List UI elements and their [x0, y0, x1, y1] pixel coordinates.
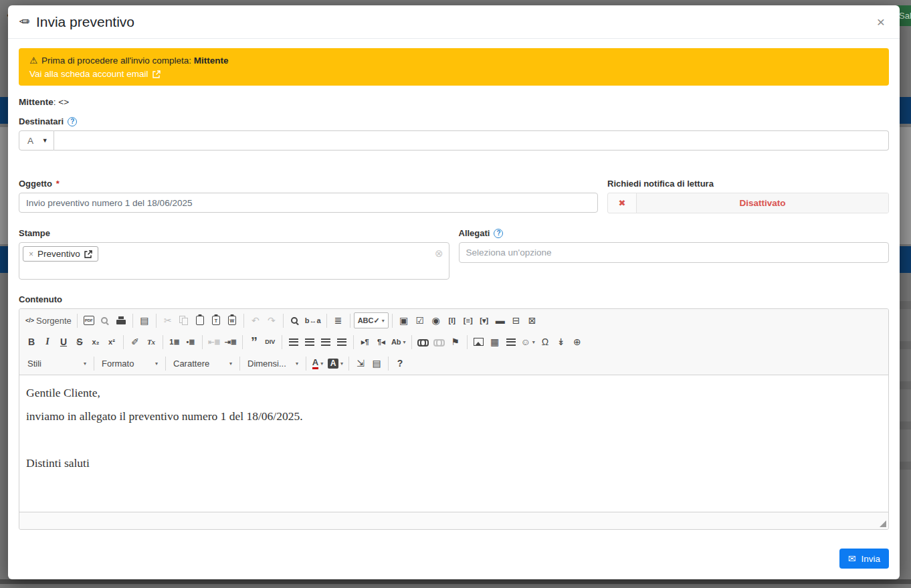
- print-tag-preventivo[interactable]: × Preventivo: [23, 246, 98, 262]
- unlink-button[interactable]: [431, 334, 447, 350]
- remove-tag-icon[interactable]: ×: [29, 250, 33, 259]
- form-button[interactable]: ▣: [396, 312, 412, 328]
- background-row: [900, 381, 911, 389]
- templates-button-icon: ▤: [140, 316, 148, 325]
- bold-button-icon: B: [28, 337, 35, 347]
- increase-indent-button[interactable]: ⇥≣: [222, 334, 238, 350]
- required-mark: *: [56, 179, 60, 189]
- prints-multiselect[interactable]: × Preventivo ⊗: [19, 242, 449, 280]
- select-field-button[interactable]: [▾]: [476, 312, 492, 328]
- image-button-field-button[interactable]: ⊟: [508, 312, 524, 328]
- undo-button[interactable]: ↶: [247, 312, 264, 328]
- smiley-button[interactable]: ☺▾: [519, 334, 537, 350]
- align-left-button[interactable]: [286, 334, 302, 350]
- close-icon[interactable]: ×: [873, 13, 889, 30]
- copy-button[interactable]: [176, 312, 192, 328]
- spellcheck-button[interactable]: ABC✓▾: [354, 312, 389, 328]
- page-break-button[interactable]: ↡: [553, 334, 569, 350]
- align-right-button[interactable]: [318, 334, 334, 350]
- x-mark-icon: ✖: [608, 193, 637, 213]
- replace-button[interactable]: b↔a: [303, 312, 323, 328]
- background-row: [900, 341, 911, 349]
- textarea-button[interactable]: [≡]: [460, 312, 476, 328]
- source-button[interactable]: </>Sorgente: [23, 312, 74, 328]
- attachments-select[interactable]: [459, 242, 890, 263]
- read-receipt-column: Richiedi notifica di lettura ✖ Disattiva…: [607, 179, 889, 213]
- read-receipt-toggle[interactable]: ✖ Disattivato: [607, 193, 889, 213]
- numbered-list-button[interactable]: 1≣: [167, 334, 183, 350]
- size-combo[interactable]: Dimensi...▾: [243, 355, 302, 371]
- remove-format-button[interactable]: Tx: [143, 334, 159, 350]
- blockquote-button[interactable]: ”: [246, 334, 262, 350]
- invia-button[interactable]: ✉ Invia: [839, 549, 889, 569]
- text-direction-rtl-button[interactable]: ¶◂: [373, 334, 389, 350]
- print-button[interactable]: [113, 312, 129, 328]
- paste-word-button[interactable]: W: [224, 312, 240, 328]
- bulleted-list-button[interactable]: •≣: [183, 334, 199, 350]
- link-button[interactable]: [415, 334, 431, 350]
- preview-button[interactable]: [97, 312, 113, 328]
- bold-button[interactable]: B: [23, 334, 39, 350]
- resize-handle[interactable]: [880, 520, 886, 527]
- cut-button-icon: ✂: [164, 316, 172, 325]
- text-field-button[interactable]: [I]: [444, 312, 460, 328]
- recipients-input[interactable]: [54, 130, 889, 151]
- select-all-button[interactable]: ≣: [330, 312, 346, 328]
- underline-button[interactable]: U: [56, 334, 72, 350]
- div-container-button[interactable]: DIV: [262, 334, 278, 350]
- hidden-field-button[interactable]: ⊠: [524, 312, 540, 328]
- subscript-button[interactable]: x₂: [88, 334, 104, 350]
- horizontal-rule-button[interactable]: [503, 334, 519, 350]
- insert-table-button[interactable]: ▦: [487, 334, 503, 350]
- toolbar-separator: [348, 357, 349, 371]
- editor-paragraph: inviamo in allegato il preventivo numero…: [26, 409, 882, 423]
- redo-button[interactable]: ↷: [264, 312, 280, 328]
- text-color-button[interactable]: A▾: [310, 355, 326, 371]
- spellcheck-button-icon: ABC✓: [358, 317, 380, 324]
- recipient-type-select[interactable]: A ▼: [19, 130, 54, 151]
- sender-label: Mittente: [19, 97, 54, 107]
- strikethrough-button[interactable]: S: [72, 334, 88, 350]
- cut-button[interactable]: ✂: [160, 312, 176, 328]
- decrease-indent-button[interactable]: ⇤≣: [206, 334, 222, 350]
- paste-text-button[interactable]: T: [208, 312, 224, 328]
- styles-combo[interactable]: Stili▾: [23, 355, 90, 371]
- checkbox-button[interactable]: ☑: [412, 312, 428, 328]
- superscript-button[interactable]: x²: [104, 334, 120, 350]
- background-color-button[interactable]: A▾: [326, 355, 345, 371]
- maximize-button[interactable]: ⇲: [352, 355, 369, 371]
- templates-button[interactable]: ▤: [136, 312, 153, 328]
- about-button-icon: ?: [397, 359, 403, 368]
- help-icon[interactable]: ?: [68, 117, 77, 126]
- text-direction-ltr-button[interactable]: ▸¶: [357, 334, 373, 350]
- text-field-button-icon: [I]: [449, 317, 456, 324]
- show-blocks-button[interactable]: ▤: [369, 355, 385, 371]
- about-button[interactable]: ?: [392, 355, 408, 371]
- paste-button[interactable]: [192, 312, 208, 328]
- account-email-link[interactable]: Vai alla scheda account email: [29, 69, 878, 79]
- align-justify-button[interactable]: [334, 334, 350, 350]
- copy-formatting-button[interactable]: ✐: [127, 334, 143, 350]
- anchor-button[interactable]: ⚑: [447, 334, 464, 350]
- editor-body[interactable]: Gentile Cliente,inviamo in allegato il p…: [19, 375, 888, 512]
- find-button[interactable]: [287, 312, 303, 328]
- subject-input[interactable]: [19, 193, 598, 213]
- italic-button[interactable]: I: [39, 334, 56, 350]
- iframe-button[interactable]: ⊕: [569, 334, 585, 350]
- external-link-icon[interactable]: [84, 250, 92, 258]
- special-character-button[interactable]: Ω: [537, 334, 553, 350]
- radio-button[interactable]: ◉: [428, 312, 444, 328]
- align-center-button[interactable]: [302, 334, 318, 350]
- font-combo[interactable]: Carattere▾: [169, 355, 236, 371]
- language-button[interactable]: Ab▾: [389, 334, 408, 350]
- font-combo-icon: Carattere: [173, 359, 209, 368]
- hidden-field-button-icon: ⊠: [528, 316, 536, 325]
- help-icon[interactable]: ?: [494, 229, 503, 238]
- modal-footer: ✉ Invia: [8, 538, 900, 579]
- button-field-button[interactable]: ▬: [492, 312, 508, 328]
- clear-selection-icon[interactable]: ⊗: [435, 248, 443, 260]
- export-pdf-button[interactable]: PDF: [81, 312, 97, 328]
- invia-button-label: Invia: [861, 554, 880, 564]
- insert-image-button[interactable]: [471, 334, 487, 350]
- format-combo[interactable]: Formato▾: [98, 355, 162, 371]
